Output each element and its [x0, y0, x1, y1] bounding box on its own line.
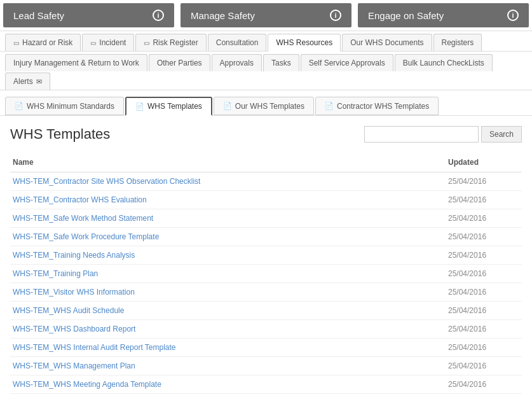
- cell-updated: 25/04/2016: [446, 209, 522, 228]
- row-link[interactable]: WHS-TEM_Training Needs Analysis: [13, 251, 135, 260]
- table-row: WHS-TEM_WHS Audit Schedule 25/04/2016: [10, 302, 522, 320]
- info-icon[interactable]: i: [330, 10, 341, 21]
- row-link[interactable]: WHS-TEM_WHS Dashboard Report: [13, 325, 135, 333]
- search-button[interactable]: Search: [481, 126, 522, 143]
- sub-tab[interactable]: 📄 WHS Minimum Standards: [5, 97, 124, 115]
- nav-tab[interactable]: Bulk Launch CheckLists: [395, 54, 493, 71]
- tab-icon: ▭: [90, 39, 96, 46]
- cell-updated: 25/04/2016: [446, 283, 522, 302]
- nav-tab-label: Risk Register: [153, 38, 198, 47]
- nav-tab-label: Self Service Approvals: [309, 59, 385, 67]
- row-link[interactable]: WHS-TEM_WHS Audit Schedule: [13, 306, 124, 315]
- table-row: WHS-TEM_Safe Work Method Statement 25/04…: [10, 209, 522, 228]
- row-link[interactable]: WHS-TEM_Contractor Site WHS Observation …: [13, 177, 200, 186]
- nav-tab[interactable]: ▭Incident: [82, 34, 134, 51]
- nav-tab-label: Injury Management & Return to Work: [13, 59, 139, 67]
- nav-tab-label: Alerts: [13, 77, 33, 86]
- nav-tab[interactable]: Tasks: [263, 54, 299, 71]
- sub-tab-label: WHS Minimum Standards: [27, 102, 114, 111]
- nav-tab-label: Approvals: [220, 59, 254, 67]
- table-row: WHS-TEM_Contractor Site WHS Observation …: [10, 172, 522, 191]
- cell-name[interactable]: WHS-TEM_WHS Dashboard Report: [10, 320, 446, 339]
- search-input[interactable]: [364, 126, 479, 143]
- sub-tab-label: WHS Templates: [147, 102, 202, 111]
- col-updated: Updated: [446, 153, 522, 172]
- sub-tab[interactable]: 📄 Our WHS Templates: [214, 97, 314, 115]
- page-title: WHS Templates: [10, 126, 110, 143]
- cell-name[interactable]: WHS-TEM_WHS Meeting Agenda Template: [10, 375, 446, 394]
- nav-tab-label: Tasks: [271, 59, 291, 67]
- doc-icon: 📄: [135, 102, 144, 111]
- info-icon[interactable]: i: [507, 10, 519, 21]
- row-link[interactable]: WHS-TEM_WHS Management Plan: [13, 361, 135, 370]
- table-header-row: Name Updated: [10, 153, 522, 172]
- nav-tab[interactable]: ▭Hazard or Risk: [5, 34, 81, 51]
- nav-tab[interactable]: Registers: [433, 34, 482, 51]
- cell-name[interactable]: WHS-TEM_Safe Work Method Statement: [10, 209, 446, 228]
- row-link[interactable]: WHS-TEM_Safe Work Method Statement: [13, 214, 153, 223]
- cell-name[interactable]: WHS-TEM_Contractor Site WHS Observation …: [10, 172, 446, 191]
- cell-name[interactable]: WHS-TEM_WHS Internal Audit Report Templa…: [10, 339, 446, 357]
- info-icon[interactable]: i: [153, 10, 164, 21]
- table-row: WHS-TEM_WHS Meeting Agenda Template 25/0…: [10, 375, 522, 394]
- cell-updated: 25/04/2016: [446, 228, 522, 246]
- row-link[interactable]: WHS-TEM_Contractor WHS Evaluation: [13, 195, 147, 204]
- sub-tab-label: Our WHS Templates: [235, 102, 304, 111]
- row-link[interactable]: WHS-TEM_Safe Work Procedure Template: [13, 232, 159, 241]
- row-link[interactable]: WHS-TEM_Training Plan: [13, 269, 98, 278]
- nav-tab[interactable]: ▭Risk Register: [135, 34, 206, 51]
- cell-name[interactable]: WHS-TEM_Visitor WHS Information: [10, 283, 446, 302]
- table-row: WHS-TEM_WHS Dashboard Report 25/04/2016: [10, 320, 522, 339]
- nav-tab[interactable]: Self Service Approvals: [301, 54, 393, 71]
- cell-updated: 25/04/2016: [446, 172, 522, 191]
- cell-updated: 25/04/2016: [446, 357, 522, 375]
- table-row: WHS-TEM_Training Plan 25/04/2016: [10, 265, 522, 283]
- row-link[interactable]: WHS-TEM_WHS Meeting Agenda Template: [13, 380, 161, 389]
- table-row: WHS-TEM_WHS Management Plan 25/04/2016: [10, 357, 522, 375]
- cell-name[interactable]: WHS-TEM_Contractor WHS Evaluation: [10, 191, 446, 209]
- cell-name[interactable]: WHS-TEM_WHS Audit Schedule: [10, 302, 446, 320]
- cell-name[interactable]: WHS-TEM_Safe Work Procedure Template: [10, 228, 446, 246]
- nav-tab-label: Incident: [99, 38, 126, 47]
- sub-tab[interactable]: 📄 WHS Templates: [125, 97, 212, 116]
- table-row: WHS-TEM_Workplace Inspection Checklist 2…: [10, 394, 522, 400]
- data-table: Name Updated WHS-TEM_Contractor Site WHS…: [10, 153, 522, 399]
- nav-tab[interactable]: Approvals: [212, 54, 262, 71]
- nav-tab[interactable]: Consultation: [208, 34, 267, 51]
- row-link[interactable]: WHS-TEM_Visitor WHS Information: [13, 288, 135, 297]
- header-section[interactable]: Lead Safety i: [3, 3, 174, 27]
- header-section[interactable]: Manage Safety i: [181, 3, 351, 27]
- nav-tab-label: Hazard or Risk: [22, 38, 72, 47]
- cell-name[interactable]: WHS-TEM_Training Needs Analysis: [10, 246, 446, 265]
- nav-tab[interactable]: Our WHS Documents: [342, 34, 432, 51]
- header-section-label: Engage on Safety: [368, 10, 444, 21]
- header-section-label: Manage Safety: [191, 10, 255, 21]
- doc-icon: 📄: [223, 102, 232, 110]
- alert-icon: ✉: [36, 78, 42, 86]
- tab-icon: ▭: [13, 39, 19, 46]
- cell-updated: 25/04/2016: [446, 246, 522, 265]
- sub-tab[interactable]: 📄 Contractor WHS Templates: [315, 97, 439, 115]
- nav-tab[interactable]: Alerts✉: [5, 73, 50, 90]
- tab-icon: ▭: [144, 39, 149, 46]
- table-row: WHS-TEM_WHS Internal Audit Report Templa…: [10, 339, 522, 357]
- nav-tab-label: Our WHS Documents: [350, 38, 423, 47]
- top-header: Lead Safety iManage Safety iEngage on Sa…: [0, 0, 532, 31]
- nav-row-1: ▭Hazard or Risk▭Incident▭Risk RegisterCo…: [0, 31, 532, 52]
- cell-updated: 25/04/2016: [446, 191, 522, 209]
- sub-tab-label: Contractor WHS Templates: [337, 102, 429, 111]
- cell-name[interactable]: WHS-TEM_Training Plan: [10, 265, 446, 283]
- header-section[interactable]: Engage on Safety i: [358, 3, 529, 27]
- nav-tab-label: Consultation: [216, 38, 259, 47]
- cell-name[interactable]: WHS-TEM_Workplace Inspection Checklist: [10, 394, 446, 400]
- doc-icon: 📄: [15, 102, 24, 110]
- content-header: WHS Templates Search: [10, 126, 522, 143]
- nav-tab[interactable]: Injury Management & Return to Work: [5, 54, 147, 71]
- nav-tab[interactable]: WHS Resources: [268, 34, 341, 52]
- nav-tab-label: WHS Resources: [276, 38, 332, 47]
- sub-tabs: 📄 WHS Minimum Standards📄 WHS Templates📄 …: [0, 93, 532, 116]
- cell-name[interactable]: WHS-TEM_WHS Management Plan: [10, 357, 446, 375]
- row-link[interactable]: WHS-TEM_WHS Internal Audit Report Templa…: [13, 343, 176, 352]
- nav-tab[interactable]: Other Parties: [149, 54, 210, 71]
- table-row: WHS-TEM_Visitor WHS Information 25/04/20…: [10, 283, 522, 302]
